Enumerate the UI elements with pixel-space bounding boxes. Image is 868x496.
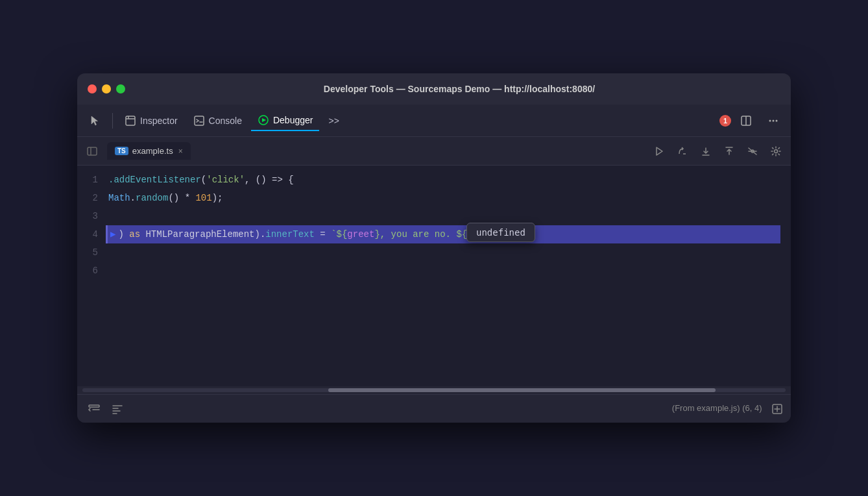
code-container: 1 2 3 4 5 6 .addEventListener('click', (… (77, 166, 791, 285)
error-badge: 1 (719, 115, 731, 127)
filename: example.ts (132, 146, 173, 156)
debugger-settings-button[interactable] (766, 142, 786, 161)
devtools-window: Developer Tools — Sourcemaps Demo — http… (77, 73, 791, 423)
map-icon-btn[interactable] (771, 403, 783, 413)
scrollbar-container[interactable] (77, 386, 791, 394)
picker-button[interactable] (82, 111, 107, 130)
scrollbar-track[interactable] (82, 388, 786, 392)
step-in-icon (700, 145, 712, 157)
svg-point-7 (776, 119, 778, 121)
debugger-label: Debugger (273, 115, 313, 125)
error-count: 1 (723, 117, 727, 125)
line-number-4: 4 (77, 225, 98, 243)
breakpoint-arrow: ▶ (110, 225, 115, 243)
code-token: Math (108, 189, 130, 207)
source-map-icon (771, 403, 783, 415)
code-token: as (129, 225, 140, 243)
line-number-6: 6 (77, 262, 98, 280)
resume-button[interactable] (649, 142, 669, 161)
code-line-4[interactable]: ▶ ) as HTMLParagraphElement).innerText =… (106, 225, 780, 243)
code-token: ) (118, 225, 129, 243)
statusbar-left (85, 400, 127, 418)
layout-icon (740, 115, 752, 127)
svg-rect-12 (89, 405, 99, 407)
close-tab-button[interactable]: × (178, 147, 183, 156)
debugger-icon (258, 114, 269, 126)
settings-button[interactable] (761, 111, 786, 130)
svg-point-11 (775, 149, 778, 153)
step-in-button[interactable] (696, 142, 716, 161)
editor-actions (649, 142, 786, 161)
cursor-icon (89, 115, 101, 127)
window-title: Developer Tools — Sourcemaps Demo — http… (138, 84, 780, 94)
code-token: }, you are no. ${ (374, 225, 467, 243)
inspector-button[interactable]: Inspector (118, 111, 184, 130)
more-label: >> (328, 116, 339, 126)
close-button[interactable] (88, 84, 97, 93)
traffic-lights (88, 84, 125, 93)
line-numbers: 1 2 3 4 5 6 (77, 171, 108, 280)
svg-rect-0 (126, 116, 135, 125)
code-line-2[interactable]: Math.random() * 101); (108, 189, 780, 207)
titlebar: Developer Tools — Sourcemaps Demo — http… (77, 73, 791, 105)
editor-area: 1 2 3 4 5 6 .addEventListener('click', (… (77, 166, 791, 386)
layout-button[interactable] (734, 111, 758, 130)
code-token: . (130, 189, 136, 207)
statusbar: (From example.js) (6, 4) (77, 394, 791, 423)
more-button[interactable]: >> (322, 112, 345, 130)
code-line-6[interactable] (108, 262, 780, 280)
step-over-icon (677, 145, 688, 157)
code-token: ( (201, 171, 206, 189)
step-over-button[interactable] (673, 142, 692, 161)
console-button[interactable]: Console (187, 111, 248, 130)
minimize-button[interactable] (102, 84, 111, 93)
file-tab[interactable]: TS example.ts × (107, 142, 191, 160)
svg-point-5 (769, 119, 771, 121)
sidebar-toggle-button[interactable] (82, 142, 102, 161)
breakpoints-list-icon (88, 403, 101, 415)
inspector-icon (125, 115, 136, 127)
gear-icon (770, 145, 782, 157)
svg-marker-3 (262, 118, 266, 122)
code-line-5[interactable] (108, 243, 780, 262)
step-out-button[interactable] (719, 142, 739, 161)
code-token: ); (212, 189, 223, 207)
console-label: Console (209, 116, 242, 126)
code-token: 101 (195, 189, 211, 207)
code-token: = (315, 225, 331, 243)
statusbar-position: (From example.js) (6, 4) (127, 403, 783, 415)
scrollbar-thumb[interactable] (328, 388, 715, 392)
code-line-3[interactable] (108, 207, 780, 225)
step-out-icon (723, 145, 735, 157)
line-number-5: 5 (77, 243, 98, 262)
svg-point-6 (773, 119, 775, 121)
code-token: innerText (265, 225, 315, 243)
console-icon (193, 115, 205, 127)
ts-badge: TS (115, 147, 128, 155)
main-toolbar: Inspector Console Debugger >> (77, 105, 791, 137)
separator (112, 113, 113, 129)
format-icon[interactable] (108, 400, 127, 418)
code-token: HTMLParagraphElement). (140, 225, 265, 243)
position-text: (From example.js) (6, 4) (672, 403, 762, 413)
maximize-button[interactable] (116, 84, 125, 93)
svg-marker-9 (657, 147, 662, 155)
svg-rect-8 (88, 147, 97, 155)
debugger-button[interactable]: Debugger (251, 110, 320, 131)
code-line-1[interactable]: .addEventListener('click', () => { (108, 171, 780, 189)
tab-panel: TS example.ts × (82, 142, 649, 161)
hover-tooltip: undefined (466, 223, 535, 242)
code-token: () * (168, 189, 195, 207)
code-token: greet (347, 225, 374, 243)
play-icon (653, 145, 665, 157)
code-token: random (136, 189, 168, 207)
sidebar-toggle-icon (86, 145, 98, 157)
error-count-dot: 1 (719, 115, 731, 127)
line-number-3: 3 (77, 207, 98, 225)
pretty-print-icon (111, 403, 124, 415)
breakpoints-icon[interactable] (85, 400, 103, 418)
code-token: , () => { (245, 171, 294, 189)
no-sources-button[interactable] (743, 142, 762, 161)
line-number-2: 2 (77, 189, 98, 207)
no-sources-icon (747, 145, 758, 157)
